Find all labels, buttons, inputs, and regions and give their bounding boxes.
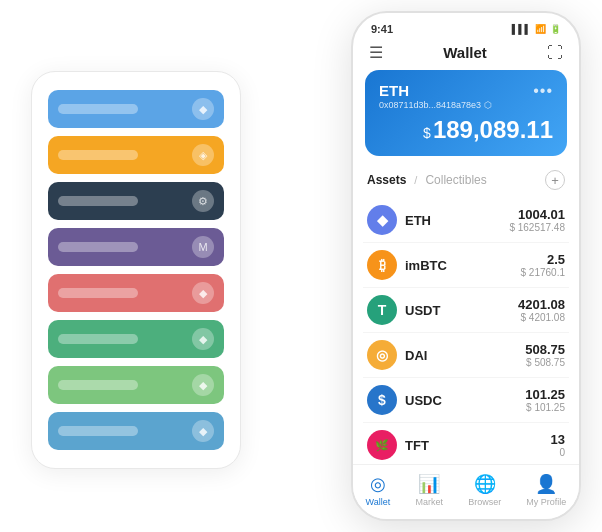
card-row-label bbox=[58, 288, 138, 298]
card-row-label bbox=[58, 334, 138, 344]
wallet-token-info: ETH 0x08711d3b...8418a78e3 ⬡ bbox=[379, 82, 492, 110]
wallet-token-name: ETH bbox=[379, 82, 492, 99]
card-stack-row-1[interactable]: ◈ bbox=[48, 136, 224, 174]
card-row-label bbox=[58, 150, 138, 160]
tab-assets[interactable]: Assets bbox=[367, 173, 406, 187]
card-stack-row-4[interactable]: ◆ bbox=[48, 274, 224, 312]
wallet-tab-icon: ◎ bbox=[370, 473, 386, 495]
asset-name-imbtc: imBTC bbox=[405, 258, 521, 273]
usdt-usd: $ 4201.08 bbox=[518, 312, 565, 323]
eth-usd: $ 162517.48 bbox=[509, 222, 565, 233]
card-stack-row-5[interactable]: ◆ bbox=[48, 320, 224, 358]
imbtc-amount: 2.5 bbox=[521, 252, 566, 267]
status-time: 9:41 bbox=[371, 23, 393, 35]
asset-row-imbtc[interactable]: ₿ imBTC 2.5 $ 21760.1 bbox=[363, 243, 569, 288]
wallet-more-icon[interactable]: ••• bbox=[533, 82, 553, 100]
asset-name-usdt: USDT bbox=[405, 303, 518, 318]
asset-row-tft[interactable]: 🌿 TFT 13 0 bbox=[363, 423, 569, 464]
tab-market[interactable]: 📊 Market bbox=[415, 473, 443, 507]
usdt-amount: 4201.08 bbox=[518, 297, 565, 312]
market-tab-label: Market bbox=[415, 497, 443, 507]
card-row-icon: ⚙ bbox=[192, 190, 214, 212]
wallet-tab-label: Wallet bbox=[366, 497, 391, 507]
scene: ◆ ◈ ⚙ M ◆ ◆ ◆ ◆ bbox=[21, 11, 581, 521]
battery-icon: 🔋 bbox=[550, 24, 561, 34]
imbtc-icon: ₿ bbox=[367, 250, 397, 280]
eth-amount: 1004.01 bbox=[509, 207, 565, 222]
asset-row-eth[interactable]: ◆ ETH 1004.01 $ 162517.48 bbox=[363, 198, 569, 243]
asset-row-dai[interactable]: ◎ DAI 508.75 $ 508.75 bbox=[363, 333, 569, 378]
browser-tab-icon: 🌐 bbox=[474, 473, 496, 495]
nav-bar: ☰ Wallet ⛶ bbox=[353, 39, 579, 70]
card-stack-row-3[interactable]: M bbox=[48, 228, 224, 266]
tft-amount: 13 bbox=[551, 432, 565, 447]
asset-amounts-tft: 13 0 bbox=[551, 432, 565, 458]
page-title: Wallet bbox=[443, 44, 487, 61]
card-row-icon: ◆ bbox=[192, 328, 214, 350]
card-row-label bbox=[58, 104, 138, 114]
card-row-icon: ◆ bbox=[192, 374, 214, 396]
tft-icon: 🌿 bbox=[367, 430, 397, 460]
status-icons: ▌▌▌ 📶 🔋 bbox=[512, 24, 561, 34]
card-row-icon: ◆ bbox=[192, 420, 214, 442]
asset-amounts-dai: 508.75 $ 508.75 bbox=[525, 342, 565, 368]
asset-row-usdt[interactable]: T USDT 4201.08 $ 4201.08 bbox=[363, 288, 569, 333]
asset-name-tft: TFT bbox=[405, 438, 551, 453]
assets-header: Assets / Collectibles + bbox=[353, 166, 579, 198]
tab-profile[interactable]: 👤 My Profile bbox=[526, 473, 566, 507]
tft-usd: 0 bbox=[551, 447, 565, 458]
usdt-icon: T bbox=[367, 295, 397, 325]
asset-name-eth: ETH bbox=[405, 213, 509, 228]
wallet-card[interactable]: ETH 0x08711d3b...8418a78e3 ⬡ ••• $189,08… bbox=[365, 70, 567, 156]
assets-tab-separator: / bbox=[414, 174, 417, 186]
tab-wallet[interactable]: ◎ Wallet bbox=[366, 473, 391, 507]
asset-name-dai: DAI bbox=[405, 348, 525, 363]
status-bar: 9:41 ▌▌▌ 📶 🔋 bbox=[353, 13, 579, 39]
card-row-icon: ◆ bbox=[192, 98, 214, 120]
add-icon: + bbox=[551, 173, 559, 188]
asset-row-usdc[interactable]: $ USDC 101.25 $ 101.25 bbox=[363, 378, 569, 423]
browser-tab-label: Browser bbox=[468, 497, 501, 507]
menu-icon[interactable]: ☰ bbox=[369, 43, 383, 62]
tab-browser[interactable]: 🌐 Browser bbox=[468, 473, 501, 507]
imbtc-usd: $ 21760.1 bbox=[521, 267, 566, 278]
dai-usd: $ 508.75 bbox=[525, 357, 565, 368]
asset-name-usdc: USDC bbox=[405, 393, 525, 408]
usdc-icon: $ bbox=[367, 385, 397, 415]
wifi-icon: 📶 bbox=[535, 24, 546, 34]
eth-icon: ◆ bbox=[367, 205, 397, 235]
wallet-dollar-symbol: $ bbox=[423, 125, 431, 141]
tab-bar: ◎ Wallet 📊 Market 🌐 Browser 👤 My Profile bbox=[353, 464, 579, 519]
asset-amounts-imbtc: 2.5 $ 21760.1 bbox=[521, 252, 566, 278]
expand-icon[interactable]: ⛶ bbox=[547, 44, 563, 62]
card-stack-row-0[interactable]: ◆ bbox=[48, 90, 224, 128]
add-asset-button[interactable]: + bbox=[545, 170, 565, 190]
card-stack: ◆ ◈ ⚙ M ◆ ◆ ◆ ◆ bbox=[31, 71, 241, 469]
asset-list: ◆ ETH 1004.01 $ 162517.48 ₿ imBTC 2.5 $ … bbox=[353, 198, 579, 464]
asset-amounts-usdc: 101.25 $ 101.25 bbox=[525, 387, 565, 413]
profile-tab-icon: 👤 bbox=[535, 473, 557, 495]
usdc-usd: $ 101.25 bbox=[525, 402, 565, 413]
dai-amount: 508.75 bbox=[525, 342, 565, 357]
profile-tab-label: My Profile bbox=[526, 497, 566, 507]
market-tab-icon: 📊 bbox=[418, 473, 440, 495]
wallet-card-top: ETH 0x08711d3b...8418a78e3 ⬡ ••• bbox=[379, 82, 553, 110]
card-stack-row-6[interactable]: ◆ bbox=[48, 366, 224, 404]
card-stack-row-7[interactable]: ◆ bbox=[48, 412, 224, 450]
card-row-label bbox=[58, 380, 138, 390]
tab-collectibles[interactable]: Collectibles bbox=[425, 173, 486, 187]
assets-tabs: Assets / Collectibles bbox=[367, 173, 487, 187]
wallet-address: 0x08711d3b...8418a78e3 ⬡ bbox=[379, 100, 492, 110]
card-stack-row-2[interactable]: ⚙ bbox=[48, 182, 224, 220]
asset-amounts-usdt: 4201.08 $ 4201.08 bbox=[518, 297, 565, 323]
card-row-label bbox=[58, 196, 138, 206]
phone-frame: 9:41 ▌▌▌ 📶 🔋 ☰ Wallet ⛶ ETH 0x08711d3b..… bbox=[351, 11, 581, 521]
card-row-icon: ◆ bbox=[192, 282, 214, 304]
card-row-label bbox=[58, 426, 138, 436]
wallet-balance: $189,089.11 bbox=[379, 116, 553, 144]
card-row-icon: M bbox=[192, 236, 214, 258]
signal-icon: ▌▌▌ bbox=[512, 24, 531, 34]
dai-icon: ◎ bbox=[367, 340, 397, 370]
card-row-icon: ◈ bbox=[192, 144, 214, 166]
asset-amounts-eth: 1004.01 $ 162517.48 bbox=[509, 207, 565, 233]
